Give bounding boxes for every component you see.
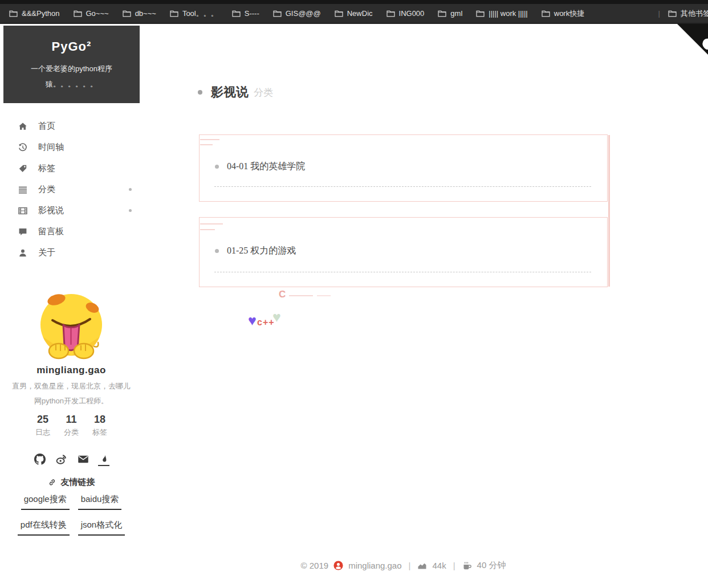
- history-icon: [18, 143, 27, 152]
- folder-icon: [232, 10, 241, 17]
- home-icon: [18, 122, 27, 131]
- nav-item-home[interactable]: 首页: [0, 116, 143, 137]
- stat-tags[interactable]: 18 标签: [92, 414, 107, 438]
- nav-label: 影视说: [38, 205, 64, 216]
- post-card: 01-25 权力的游戏: [199, 217, 608, 287]
- stat-value: 11: [64, 414, 79, 426]
- jianshu-link[interactable]: [98, 453, 109, 466]
- nav-label: 首页: [38, 121, 55, 132]
- bookmark-label: gml: [450, 9, 462, 18]
- bookmark-folder-newdic[interactable]: NewDic: [335, 9, 373, 18]
- film-icon: [18, 206, 27, 215]
- friend-link-json[interactable]: json格式化: [78, 520, 125, 536]
- nav-item-tags[interactable]: 标签: [0, 158, 143, 179]
- nav-item-timeline[interactable]: 时间轴: [0, 137, 143, 158]
- category-suffix: 分类: [254, 86, 273, 99]
- bookmark-label: ING000: [399, 9, 425, 18]
- site-brand[interactable]: PyGo² 一个爱老婆的python程序猿。。。。。。: [3, 26, 140, 103]
- copyright-text: © 2019: [301, 561, 329, 570]
- folder-icon: [170, 10, 178, 17]
- background-artifact: [200, 139, 219, 140]
- github-corner[interactable]: [676, 24, 708, 56]
- friend-link-google[interactable]: google搜索: [21, 494, 70, 510]
- folder-icon: [335, 10, 343, 17]
- bookmarks-separator: |: [658, 9, 660, 18]
- bookmark-label: work快捷: [554, 9, 584, 19]
- bookmark-folder-gis[interactable]: GIS@@@: [273, 9, 321, 18]
- submenu-dot: [129, 209, 132, 212]
- nav-item-guestbook[interactable]: 留言板: [0, 221, 143, 242]
- doodle-letter-c: C: [279, 289, 286, 300]
- friend-links: google搜索 baidu搜索 pdf在线转换 json格式化: [14, 494, 128, 536]
- bookmark-label: Tool。。。: [182, 9, 218, 19]
- github-link[interactable]: [33, 452, 47, 466]
- friend-links-title: 友情链接: [0, 477, 143, 488]
- comment-icon: [18, 227, 27, 236]
- stat-label: 标签: [92, 427, 107, 438]
- purple-heart-doodle: ♥: [248, 312, 257, 329]
- friend-link-baidu[interactable]: baidu搜索: [78, 494, 122, 510]
- folder-icon: [386, 10, 395, 17]
- nav-item-categories[interactable]: 分类: [0, 179, 143, 200]
- stat-posts[interactable]: 25 日志: [35, 414, 50, 438]
- folder-icon: [542, 10, 550, 17]
- heading-bullet: [198, 90, 202, 95]
- sidebar-nav: 首页 时间轴 标签 分类 影视说 留言板 关于: [0, 116, 143, 263]
- post-link[interactable]: 04-01 我的英雄学院: [215, 161, 305, 173]
- weibo-icon: [56, 454, 67, 465]
- user-icon: [18, 248, 27, 258]
- stat-categories[interactable]: 11 分类: [64, 414, 79, 438]
- post-title-text: 权力的游戏: [250, 245, 296, 255]
- friend-links-label: 友情链接: [61, 477, 95, 488]
- chart-area-icon: [417, 561, 427, 570]
- bookmarks-bar: &&&Python Go~~~ db~~~ Tool。。。 S---- GIS@…: [0, 0, 708, 24]
- bookmark-folder-work[interactable]: ||||| work |||||: [476, 9, 527, 18]
- profile-stats: 25 日志 11 分类 18 标签: [0, 414, 143, 438]
- folder-icon: [123, 10, 131, 17]
- list-icon: [18, 185, 27, 194]
- background-artifact: [200, 144, 213, 145]
- bookmark-label: &&&Python: [22, 9, 60, 18]
- coffee-mug-icon: [462, 561, 472, 570]
- bookmark-folder-tool[interactable]: Tool。。。: [170, 9, 218, 19]
- email-link[interactable]: [76, 452, 90, 466]
- bookmark-label: S----: [245, 9, 259, 18]
- footer-author: mingliang.gao: [348, 561, 401, 570]
- folder-icon: [9, 10, 18, 17]
- github-icon: [34, 454, 46, 465]
- post-link[interactable]: 01-25 权力的游戏: [215, 244, 296, 256]
- other-bookmarks-label: 其他书签: [681, 9, 708, 19]
- email-icon: [78, 454, 89, 465]
- bookmark-folder-db[interactable]: db~~~: [123, 9, 156, 18]
- dashed-divider: [214, 272, 591, 272]
- avatar-emoji: [37, 292, 105, 361]
- nav-item-movies[interactable]: 影视说: [0, 200, 143, 221]
- nav-label: 留言板: [38, 226, 64, 237]
- bookmark-label: db~~~: [135, 9, 156, 18]
- bookmark-folder-go[interactable]: Go~~~: [74, 9, 109, 18]
- other-bookmarks-folder[interactable]: 其他书签: [668, 9, 708, 19]
- post-card: 04-01 我的英雄学院: [199, 134, 608, 202]
- friend-link-pdf[interactable]: pdf在线转换: [18, 520, 70, 536]
- sidebar: PyGo² 一个爱老婆的python程序猿。。。。。。 首页 时间轴 标签 分类…: [0, 24, 143, 588]
- green-heart-doodle: ♥: [272, 309, 281, 325]
- bookmark-folder-s[interactable]: S----: [232, 9, 259, 18]
- bookmark-folder-ing[interactable]: ING000: [386, 9, 425, 18]
- dashed-divider: [214, 186, 591, 187]
- background-artifact: [200, 229, 215, 230]
- avatar: [37, 292, 105, 361]
- weibo-link[interactable]: [55, 452, 68, 466]
- stat-value: 25: [35, 414, 50, 426]
- page-heading: 影视说 分类: [198, 84, 273, 101]
- bookmark-folder-python[interactable]: &&&Python: [9, 9, 60, 18]
- nav-label: 时间轴: [38, 142, 64, 153]
- footer-separator: |: [407, 561, 413, 570]
- bookmark-folder-gml[interactable]: gml: [438, 9, 462, 18]
- nav-item-about[interactable]: 关于: [0, 242, 143, 263]
- folder-icon: [273, 10, 282, 17]
- link-icon: [48, 478, 56, 487]
- bookmark-folder-work-shortcut[interactable]: work快捷: [542, 9, 584, 19]
- footer: © 2019 mingliang.gao | 44k | 40 分钟: [199, 560, 608, 571]
- post-title-text: 我的英雄学院: [250, 161, 305, 171]
- site-subtitle: 一个爱老婆的python程序猿。。。。。。: [18, 61, 126, 92]
